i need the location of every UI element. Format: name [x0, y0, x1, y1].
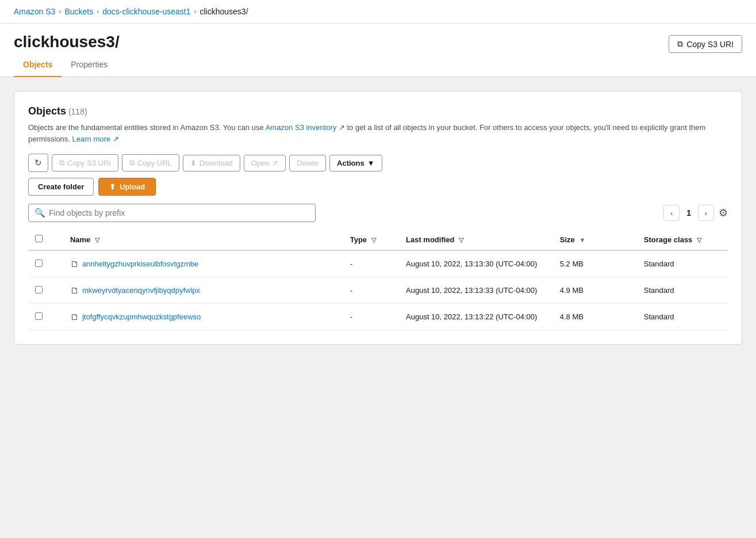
file-link-0[interactable]: annheltygzhuvprkiseulbfosvtgzmbe [82, 260, 198, 268]
row-size-cell: 4.8 MB [553, 304, 637, 330]
th-name: Name ▽ [63, 229, 343, 250]
row-type-cell: - [343, 277, 399, 304]
row-checkbox-1[interactable] [35, 286, 43, 293]
open-label: Open [251, 159, 270, 167]
th-type-sort-icon[interactable]: ▽ [371, 236, 376, 243]
file-link-2[interactable]: jtofgffycqvkzupmhwquzkstgpfeewso [82, 312, 201, 321]
download-label: Download [199, 159, 233, 167]
copy-s3-uri-button[interactable]: ⧉ Copy S3 URI [52, 154, 118, 171]
th-select-all [28, 229, 63, 250]
copy-icon: ⧉ [677, 39, 683, 49]
file-icon: 🗋 [70, 259, 79, 269]
delete-label: Delete [297, 159, 318, 167]
row-size-cell: 4.9 MB [553, 277, 637, 304]
header-copy-s3-uri-label: Copy S3 URI [686, 40, 734, 49]
row-size-cell: 5.2 MB [553, 250, 637, 277]
th-storage-class-label: Storage class [644, 235, 693, 244]
th-name-sort-icon[interactable]: ▽ [95, 236, 99, 243]
breadcrumb-sep-2: › [97, 7, 99, 16]
row-checkbox-0[interactable] [35, 260, 43, 267]
th-type: Type ▽ [343, 229, 399, 250]
open-button[interactable]: Open ↗ [244, 155, 286, 171]
toolbar: ↻ ⧉ Copy S3 URI ⧉ Copy URL ⬇ Download Op… [28, 154, 728, 172]
pagination-next-button[interactable]: › [698, 205, 714, 221]
row-modified-cell: August 10, 2022, 13:13:30 (UTC-04:00) [399, 250, 553, 277]
objects-card: Objects (118) Objects are the fundamenta… [14, 91, 742, 345]
th-last-modified: Last modified ▽ [399, 229, 553, 250]
search-pagination-row: 🔍 ‹ 1 › ⚙ [28, 204, 728, 222]
th-size-sort-icon[interactable]: ▼ [579, 236, 585, 243]
table-row: 🗋 mkweyrvdtyacenqynvfjibyqdpyfwlpx - Aug… [28, 277, 728, 304]
table-settings-button[interactable]: ⚙ [719, 207, 728, 219]
copy-url-button[interactable]: ⧉ Copy URL [122, 154, 179, 171]
learn-more-link[interactable]: Learn more ↗ [72, 135, 119, 143]
objects-description: Objects are the fundamental entities sto… [28, 122, 728, 144]
file-link-1[interactable]: mkweyrvdtyacenqynvfjibyqdpyfwlpx [82, 286, 200, 295]
pagination-prev-button[interactable]: ‹ [663, 205, 680, 221]
th-type-label: Type [350, 235, 367, 244]
delete-button[interactable]: Delete [289, 155, 326, 171]
row-checkbox-2[interactable] [35, 312, 43, 320]
page-header: clickhouses3/ ⧉ Copy S3 URI [0, 24, 756, 53]
tab-properties[interactable]: Properties [62, 53, 117, 77]
create-folder-button[interactable]: Create folder [28, 178, 94, 196]
breadcrumb-sep-1: › [59, 7, 61, 16]
inventory-link[interactable]: Amazon S3 inventory ↗ [266, 123, 345, 132]
refresh-icon: ↻ [34, 158, 42, 168]
download-button[interactable]: ⬇ Download [183, 155, 240, 171]
row-modified-cell: August 10, 2022, 13:13:22 (UTC-04:00) [399, 304, 553, 330]
th-size-label: Size [560, 235, 575, 244]
upload-icon: ⬆ [109, 182, 116, 191]
row-name-cell: 🗋 annheltygzhuvprkiseulbfosvtgzmbe [63, 250, 343, 277]
row-storage-cell: Standard [637, 304, 728, 330]
row-checkbox-cell [28, 304, 63, 330]
row-checkbox-cell [28, 277, 63, 304]
tabs-bar: Objects Properties [0, 53, 756, 77]
search-box: 🔍 [28, 204, 316, 222]
open-icon: ↗ [272, 159, 278, 167]
copy-s3-uri-icon: ⧉ [59, 158, 64, 167]
upload-button[interactable]: ⬆ Upload [98, 178, 156, 196]
breadcrumb-link-s3[interactable]: Amazon S3 [14, 7, 55, 16]
pagination-page: 1 [682, 208, 696, 218]
th-name-label: Name [70, 235, 90, 244]
th-storage-class-sort-icon[interactable]: ▽ [697, 236, 701, 243]
objects-title: Objects [28, 105, 66, 117]
th-size: Size ▼ [553, 229, 637, 250]
header-copy-s3-uri-button[interactable]: ⧉ Copy S3 URI [669, 35, 742, 53]
table-row: 🗋 annheltygzhuvprkiseulbfosvtgzmbe - Aug… [28, 250, 728, 277]
breadcrumb-sep-3: › [194, 7, 196, 16]
th-last-modified-label: Last modified [406, 235, 455, 244]
objects-count: (118) [68, 107, 87, 116]
actions-button[interactable]: Actions ▼ [329, 155, 382, 171]
objects-header: Objects (118) [28, 105, 728, 117]
file-icon: 🗋 [70, 312, 79, 322]
breadcrumb-link-bucket[interactable]: docs-clickhouse-useast1 [102, 7, 190, 16]
breadcrumb-current: clickhouses3/ [199, 7, 248, 16]
objects-table: Name ▽ Type ▽ Last modified ▽ Size [28, 229, 728, 330]
refresh-button[interactable]: ↻ [28, 154, 48, 172]
create-folder-label: Create folder [38, 182, 84, 191]
breadcrumb: Amazon S3 › Buckets › docs-clickhouse-us… [0, 0, 756, 24]
row-type-cell: - [343, 304, 399, 330]
row-name-cell: 🗋 mkweyrvdtyacenqynvfjibyqdpyfwlpx [63, 277, 343, 304]
pagination: ‹ 1 › ⚙ [663, 205, 728, 221]
copy-url-icon: ⧉ [129, 158, 135, 167]
th-last-modified-sort-icon[interactable]: ▽ [459, 236, 463, 243]
select-all-checkbox[interactable] [35, 235, 43, 242]
row-storage-cell: Standard [637, 277, 728, 304]
th-storage-class: Storage class ▽ [637, 229, 728, 250]
search-input[interactable] [49, 208, 309, 218]
upload-label: Upload [120, 182, 145, 191]
page-title: clickhouses3/ [14, 33, 120, 51]
row-modified-cell: August 10, 2022, 13:13:33 (UTC-04:00) [399, 277, 553, 304]
search-icon: 🔍 [34, 208, 45, 218]
tab-objects[interactable]: Objects [14, 53, 62, 77]
row-type-cell: - [343, 250, 399, 277]
copy-s3-uri-label: Copy S3 URI [67, 159, 111, 167]
download-icon: ⬇ [190, 159, 197, 167]
row-name-cell: 🗋 jtofgffycqvkzupmhwquzkstgpfeewso [63, 304, 343, 330]
toolbar2: Create folder ⬆ Upload [28, 178, 728, 196]
breadcrumb-link-buckets[interactable]: Buckets [64, 7, 93, 16]
row-storage-cell: Standard [637, 250, 728, 277]
